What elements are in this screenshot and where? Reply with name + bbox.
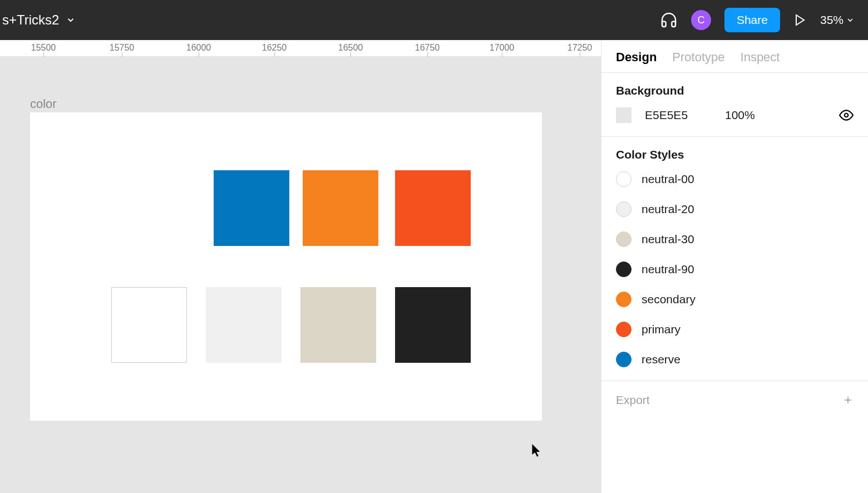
style-row-neutral-30[interactable]: neutral-30 <box>616 231 854 247</box>
background-hex[interactable]: E5E5E5 <box>645 109 712 122</box>
panel-tabs: Design Prototype Inspect <box>601 40 868 73</box>
swatch-neutral-00[interactable] <box>111 287 187 363</box>
right-panel: Design Prototype Inspect Background E5E5… <box>601 40 868 493</box>
style-label: primary <box>642 323 680 336</box>
tab-prototype[interactable]: Prototype <box>672 50 724 65</box>
headphones-icon[interactable] <box>660 11 678 29</box>
style-row-neutral-00[interactable]: neutral-00 <box>616 171 854 187</box>
swatch-primary[interactable] <box>395 170 471 246</box>
background-title: Background <box>616 84 854 97</box>
color-styles-section: Color Styles neutral-00 neutral-20 neutr… <box>601 137 868 381</box>
background-color-chip[interactable] <box>616 107 632 123</box>
style-swatch <box>616 262 632 277</box>
zoom-dropdown[interactable]: 35% <box>820 13 855 27</box>
style-swatch <box>616 352 632 367</box>
style-label: neutral-00 <box>642 172 694 186</box>
style-row-neutral-20[interactable]: neutral-20 <box>616 201 854 217</box>
swatch-reserve[interactable] <box>214 170 289 246</box>
play-icon[interactable] <box>793 13 807 27</box>
avatar[interactable]: C <box>691 10 711 30</box>
ruler-tick-label: 16500 <box>338 43 363 53</box>
swatch-secondary[interactable] <box>303 170 378 246</box>
style-swatch <box>616 201 632 217</box>
canvas-area[interactable]: color <box>0 57 601 493</box>
chevron-down-icon[interactable] <box>66 15 76 25</box>
cursor-icon <box>531 444 541 457</box>
style-row-secondary[interactable]: secondary <box>616 292 854 307</box>
swatch-neutral-20[interactable] <box>206 287 282 363</box>
ruler-tick-label: 16750 <box>415 43 440 53</box>
tab-inspect[interactable]: Inspect <box>741 50 780 65</box>
background-section: Background E5E5E5 100% <box>601 73 868 137</box>
style-label: neutral-20 <box>642 203 694 216</box>
style-row-primary[interactable]: primary <box>616 322 854 337</box>
swatch-neutral-90[interactable] <box>395 287 471 363</box>
swatch-neutral-30[interactable] <box>300 287 376 363</box>
style-label: reserve <box>642 353 680 366</box>
eye-icon[interactable] <box>839 108 854 122</box>
frame-color[interactable] <box>30 112 542 421</box>
svg-point-1 <box>845 114 849 117</box>
file-title[interactable]: s+Tricks2 <box>2 12 59 28</box>
avatar-initial: C <box>697 14 704 26</box>
topbar: s+Tricks2 C Share 35% <box>0 0 868 40</box>
ruler-tick-label: 16000 <box>186 43 211 53</box>
style-swatch <box>616 171 632 187</box>
main: 1550015750160001625016500167501700017250… <box>0 40 868 493</box>
style-swatch <box>616 292 632 307</box>
zoom-value: 35% <box>820 13 844 27</box>
ruler-tick-label: 15750 <box>110 43 135 53</box>
background-opacity[interactable]: 100% <box>725 109 770 122</box>
style-swatch <box>616 231 632 247</box>
horizontal-ruler: 1550015750160001625016500167501700017250 <box>0 40 601 57</box>
plus-icon[interactable] <box>842 395 854 406</box>
ruler-tick-label: 16250 <box>262 43 287 53</box>
export-section[interactable]: Export <box>601 381 868 419</box>
style-label: neutral-30 <box>642 233 694 246</box>
style-label: neutral-90 <box>642 263 694 276</box>
background-row[interactable]: E5E5E5 100% <box>616 107 854 123</box>
ruler-tick-label: 17250 <box>568 43 593 53</box>
style-row-reserve[interactable]: reserve <box>616 352 854 367</box>
svg-marker-0 <box>796 15 804 25</box>
frame-label[interactable]: color <box>30 97 57 111</box>
share-button[interactable]: Share <box>724 8 780 32</box>
ruler-tick-label: 17000 <box>490 43 515 53</box>
color-styles-list: neutral-00 neutral-20 neutral-30 neutral… <box>616 171 854 367</box>
topbar-right: C Share 35% <box>660 8 855 32</box>
topbar-left: s+Tricks2 <box>2 12 76 28</box>
style-label: secondary <box>642 293 696 306</box>
color-styles-title: Color Styles <box>616 148 854 161</box>
style-row-neutral-90[interactable]: neutral-90 <box>616 262 854 277</box>
canvas-zone: 1550015750160001625016500167501700017250… <box>0 40 601 493</box>
tab-design[interactable]: Design <box>616 50 657 65</box>
style-swatch <box>616 322 632 337</box>
export-title: Export <box>616 393 650 407</box>
ruler-tick-label: 15500 <box>31 43 56 53</box>
